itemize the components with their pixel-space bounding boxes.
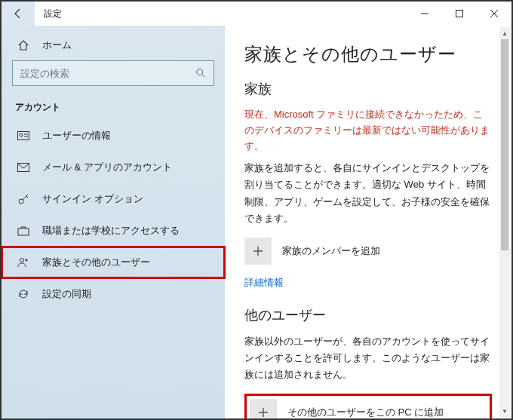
sidebar: ホーム アカウント ユーザーの情報 — [2, 26, 225, 418]
nav-label: メール & アプリのアカウント — [32, 161, 172, 174]
close-button[interactable] — [477, 2, 511, 26]
add-other-user-button[interactable]: その他のユーザーをこの PC に追加 — [244, 394, 492, 418]
nav-item-work-school[interactable]: 職場または学校にアクセスする — [2, 215, 225, 247]
nav-label: 職場または学校にアクセスする — [32, 224, 180, 238]
nav-item-email-accounts[interactable]: メール & アプリのアカウント — [2, 152, 225, 183]
svg-point-1 — [197, 69, 203, 75]
sidebar-section-header: アカウント — [2, 94, 225, 120]
others-heading: 他のユーザー — [244, 306, 492, 324]
family-heading: 家族 — [244, 80, 492, 98]
maximize-icon — [456, 10, 463, 17]
close-icon — [490, 10, 498, 17]
svg-rect-6 — [18, 228, 29, 235]
window-title: 設定 — [35, 8, 62, 20]
family-warning-text: 現在、Microsoft ファミリに接続できなかったため、このデバイスのファミリ… — [244, 107, 492, 154]
svg-point-3 — [20, 133, 23, 136]
briefcase-icon — [15, 225, 32, 236]
svg-rect-4 — [18, 164, 29, 172]
page-title: 家族とその他のユーザー — [244, 42, 492, 66]
key-icon — [15, 193, 32, 205]
nav-item-signin-options[interactable]: サインイン オプション — [2, 183, 225, 215]
back-button[interactable] — [2, 2, 35, 26]
people-icon — [15, 257, 32, 268]
search-input[interactable] — [13, 61, 188, 85]
content-pane: 家族とその他のユーザー 家族 現在、Microsoft ファミリに接続できなかっ… — [225, 26, 511, 418]
scroll-down-arrow-icon[interactable]: ▼ — [499, 405, 510, 417]
scrollbar-thumb[interactable] — [501, 39, 508, 250]
svg-rect-0 — [456, 11, 463, 17]
nav-label: 家族とその他のユーザー — [32, 256, 150, 269]
svg-point-7 — [20, 259, 24, 262]
home-icon — [15, 39, 32, 51]
search-icon — [195, 68, 206, 78]
mail-icon — [15, 163, 32, 172]
family-more-info-link[interactable]: 詳細情報 — [244, 276, 284, 290]
nav-label: 設定の同期 — [32, 287, 91, 301]
scroll-up-arrow-icon[interactable]: ▲ — [499, 27, 510, 39]
minimize-icon — [421, 10, 429, 17]
user-card-icon — [15, 130, 32, 141]
titlebar: 設定 — [2, 2, 511, 26]
nav-label: サインイン オプション — [32, 192, 143, 206]
nav-item-family-users[interactable]: 家族とその他のユーザー — [2, 247, 225, 278]
home-label: ホーム — [32, 38, 72, 52]
add-other-label: その他のユーザーをこの PC に追加 — [287, 406, 444, 418]
search-button[interactable] — [188, 61, 213, 85]
others-description-text: 家族以外のユーザーが、各自のアカウントを使ってサインインすることを許可します。こ… — [244, 333, 492, 383]
plus-icon — [250, 399, 277, 418]
add-family-label: 家族のメンバーを追加 — [282, 244, 380, 258]
family-description-text: 家族を追加すると、各自にサインインとデスクトップを割り当てることができます。適切… — [244, 160, 492, 226]
add-family-member-button[interactable]: 家族のメンバーを追加 — [244, 238, 492, 265]
plus-icon — [244, 238, 272, 265]
nav-item-sync-settings[interactable]: 設定の同期 — [2, 278, 225, 310]
scrollbar-track[interactable] — [499, 39, 510, 405]
nav-item-user-info[interactable]: ユーザーの情報 — [2, 120, 225, 152]
maximize-button[interactable] — [442, 2, 477, 26]
sync-icon — [15, 288, 32, 300]
search-box[interactable] — [12, 60, 214, 86]
home-nav[interactable]: ホーム — [2, 30, 225, 60]
minimize-button[interactable] — [407, 2, 442, 26]
arrow-left-icon — [12, 8, 24, 20]
nav-label: ユーザーの情報 — [32, 129, 111, 143]
vertical-scrollbar[interactable]: ▲ ▼ — [499, 27, 510, 417]
